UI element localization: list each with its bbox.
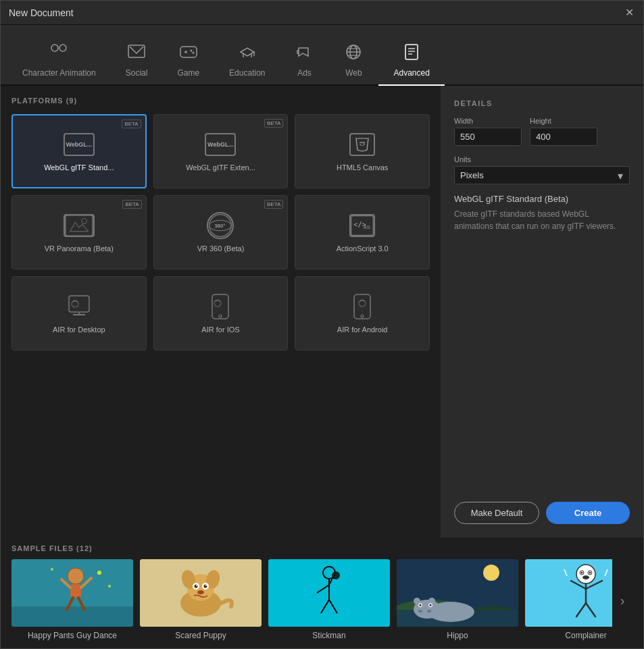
sample-hippo[interactable]: Hippo xyxy=(397,559,518,642)
tab-ads[interactable]: Ads xyxy=(280,26,328,86)
svg-point-77 xyxy=(420,604,422,606)
svg-point-53 xyxy=(195,585,198,588)
beta-badge-2: BETA xyxy=(264,119,283,128)
svg-point-34 xyxy=(359,300,366,307)
tab-game[interactable]: Game xyxy=(162,26,214,86)
sample-stickman-label: Stickman xyxy=(268,629,390,642)
platform-vr-panorama[interactable]: BETA VR Panorama (Beta) xyxy=(11,195,147,269)
height-input[interactable] xyxy=(530,128,597,146)
svg-rect-3 xyxy=(180,47,197,57)
platform-html5-canvas[interactable]: HTML5 Canvas xyxy=(295,114,430,188)
svg-point-33 xyxy=(361,315,364,317)
sample-happy-pants[interactable]: Happy Pants Guy Dance xyxy=(11,559,133,642)
svg-point-37 xyxy=(68,568,84,584)
beta-badge-4: BETA xyxy=(264,200,283,209)
svg-point-80 xyxy=(427,610,431,613)
svg-point-63 xyxy=(332,571,340,579)
character-animation-icon xyxy=(48,43,70,64)
tab-advanced[interactable]: Advanced xyxy=(378,26,444,86)
platform-air-desktop[interactable]: AIR for Desktop xyxy=(11,276,147,351)
svg-point-18 xyxy=(82,219,87,224)
sample-thumb-scared-puppy xyxy=(140,559,262,627)
platform-actionscript3[interactable]: </> AS ActionScript 3.0 xyxy=(295,195,430,269)
svg-rect-36 xyxy=(11,606,133,627)
svg-point-0 xyxy=(51,45,58,51)
new-document-window: New Document ✕ Character Animation Socia… xyxy=(0,0,644,649)
svg-point-82 xyxy=(576,565,595,583)
tab-education[interactable]: Education xyxy=(214,26,280,86)
title-bar: New Document ✕ xyxy=(1,1,643,25)
svg-point-56 xyxy=(205,585,207,586)
platform-as3-label: ActionScript 3.0 xyxy=(337,244,389,253)
close-button[interactable]: ✕ xyxy=(623,7,635,19)
make-default-button[interactable]: Make Default xyxy=(454,502,539,524)
advanced-icon xyxy=(403,43,420,64)
sample-hippo-label: Hippo xyxy=(397,629,518,642)
svg-point-79 xyxy=(418,610,422,613)
social-icon xyxy=(127,43,146,64)
education-icon xyxy=(237,43,258,64)
scroll-right-button[interactable]: › xyxy=(612,587,633,614)
platform-air-ios[interactable]: AIR for IOS xyxy=(153,276,289,351)
platform-air-ios-label: AIR for IOS xyxy=(201,326,239,334)
sample-scared-puppy-label: Scared Puppy xyxy=(140,629,262,642)
details-title: DETAILS xyxy=(454,99,630,107)
svg-rect-13 xyxy=(405,45,418,59)
platforms-section-title: PLATFORMS (9) xyxy=(11,97,430,105)
sample-thumb-hippo xyxy=(397,559,518,627)
buttons-row: Make Default Create xyxy=(454,502,630,524)
units-select[interactable]: Pixels Inches Centimeters Millimeters xyxy=(454,166,630,184)
samples-scroll-area: Happy Pants Guy Dance xyxy=(11,559,633,642)
svg-text:AS: AS xyxy=(364,224,370,230)
platform-webgl-standard[interactable]: BETA WebGL... WebGL gITF Stand... xyxy=(11,114,147,188)
create-button[interactable]: Create xyxy=(546,502,630,524)
platform-webgl-extended-label: WebGL gITF Exten... xyxy=(186,163,255,172)
platform-air-android[interactable]: AIR for Android xyxy=(295,276,430,351)
beta-badge: BETA xyxy=(122,120,141,128)
platforms-grid: BETA WebGL... WebGL gITF Stand... BETA W… xyxy=(11,114,430,351)
tab-social[interactable]: Social xyxy=(111,26,163,86)
svg-rect-29 xyxy=(212,294,228,319)
height-label: Height xyxy=(530,117,597,125)
svg-point-7 xyxy=(192,52,194,54)
sample-scared-puppy[interactable]: Scared Puppy xyxy=(140,559,262,642)
window-title: New Document xyxy=(9,7,74,18)
svg-point-26 xyxy=(72,301,78,307)
tab-advanced-label: Advanced xyxy=(393,68,429,78)
platform-vr-360-label: VR 360 (Beta) xyxy=(197,244,245,253)
description-text: Create gITF standards based WebGL animat… xyxy=(454,208,630,232)
svg-point-86 xyxy=(589,572,591,574)
platform-webgl-extended[interactable]: BETA WebGL... WebGL gITF Exten... xyxy=(153,114,289,188)
platform-vr-360[interactable]: BETA 360° VR 360 (Beta) xyxy=(153,195,289,269)
svg-rect-81 xyxy=(525,559,612,627)
tab-web-label: Web xyxy=(345,68,362,78)
platform-html5-label: HTML5 Canvas xyxy=(337,163,388,172)
width-input[interactable] xyxy=(454,128,522,146)
sample-complainer[interactable]: Complainer xyxy=(525,559,612,642)
svg-point-44 xyxy=(51,568,53,571)
right-panel: DETAILS Width Height Units Pixels Inches xyxy=(441,86,643,538)
web-icon xyxy=(343,43,364,64)
tab-character-animation[interactable]: Character Animation xyxy=(7,26,111,86)
air-desktop-icon xyxy=(62,293,96,320)
svg-point-87 xyxy=(583,575,589,579)
svg-point-31 xyxy=(214,300,221,307)
svg-point-1 xyxy=(59,45,66,51)
sample-complainer-label: Complainer xyxy=(525,629,612,642)
svg-point-78 xyxy=(430,604,432,606)
svg-point-43 xyxy=(97,571,101,575)
tab-web[interactable]: Web xyxy=(328,26,378,86)
sample-happy-pants-label: Happy Pants Guy Dance xyxy=(11,629,133,642)
platform-webgl-standard-label: WebGL gITF Stand... xyxy=(44,163,114,172)
height-group: Height xyxy=(530,117,597,146)
sample-stickman[interactable]: Stickman xyxy=(268,559,390,642)
vr-360-icon: 360° xyxy=(203,212,237,239)
html5-icon xyxy=(345,131,379,158)
description-box: WebGL gITF Standard (Beta) Create gITF s… xyxy=(454,194,630,492)
bottom-panel: SAMPLE FILES (12) xyxy=(1,538,643,648)
svg-point-85 xyxy=(581,572,583,574)
units-select-wrapper: Pixels Inches Centimeters Millimeters ▾ xyxy=(454,166,630,184)
as3-icon: </> AS xyxy=(345,212,379,239)
main-content: PLATFORMS (9) BETA WebGL... WebGL gITF S… xyxy=(1,86,643,538)
tab-character-animation-label: Character Animation xyxy=(22,68,96,78)
